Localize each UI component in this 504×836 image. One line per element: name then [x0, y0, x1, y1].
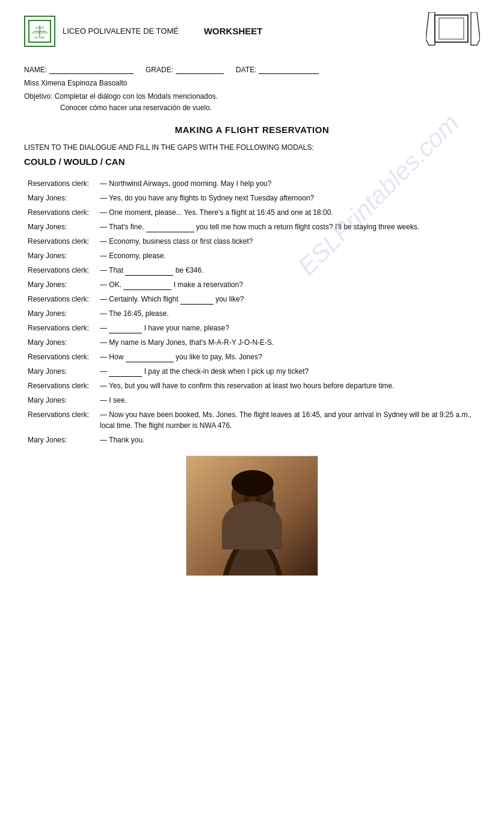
table-row: Mary Jones: — Economy, please. [24, 249, 480, 263]
table-row: Mary Jones: — I pay at the check-in desk… [24, 364, 480, 379]
speaker-label: Mary Jones: [24, 433, 96, 447]
svg-point-12 [232, 470, 274, 497]
dialogue-line: — Economy, please. [96, 249, 480, 263]
svg-point-15 [256, 495, 262, 502]
dialogue-line: — Yes, do you have any flights to Sydney… [96, 191, 480, 205]
speaker-label: Reservations clerk: [24, 292, 96, 306]
table-row: Reservations clerk: — Economy, business … [24, 234, 480, 249]
dialogue-line: — Certainly. Which flight you like? [96, 292, 480, 306]
speaker-label: Reservations clerk: [24, 350, 96, 364]
dialogue-line: — Northwind Airways, good morning. May I… [96, 176, 480, 191]
form-fields: NAME: GRADE: DATE: [24, 66, 480, 74]
table-row: Reservations clerk: — I have your name, … [24, 321, 480, 335]
svg-rect-13 [265, 501, 275, 519]
fill-blank[interactable] [109, 326, 142, 333]
table-row: Reservations clerk: — Yes, but you will … [24, 379, 480, 393]
teacher-name: Miss Ximena Espinoza Basoalto [24, 79, 480, 87]
school-logo: LICEO POLIVALENTE DE TOMÉ [24, 16, 55, 47]
fill-blank[interactable] [123, 282, 171, 290]
dialogue-line: — How you like to pay, Ms. Jones? [96, 350, 480, 364]
speaker-label: Reservations clerk: [24, 321, 96, 335]
speaker-label: Reservations clerk: [24, 263, 96, 277]
school-name-label: LICEO POLIVALENTE DE TOMÉ [63, 26, 179, 36]
svg-point-14 [244, 495, 250, 502]
table-row: Mary Jones: — My name is Mary Jones, tha… [24, 335, 480, 350]
dialogue-line: — I pay at the check-in desk when I pick… [96, 364, 480, 379]
svg-rect-9 [439, 18, 464, 39]
grade-label: GRADE: [146, 66, 224, 74]
dialogue-line: — One moment, please... Yes. There's a f… [96, 205, 480, 220]
table-row: Reservations clerk: — One moment, please… [24, 205, 480, 220]
speaker-label: Reservations clerk: [24, 234, 96, 249]
table-row: Reservations clerk: — Certainly. Which f… [24, 292, 480, 306]
dialogue-table: Reservations clerk: — Northwind Airways,… [24, 176, 480, 447]
speaker-label: Mary Jones: [24, 277, 96, 292]
table-row: Mary Jones: — OK. I make a reservation? [24, 277, 480, 292]
objetivo: Objetivo: Completar el diálogo con los M… [24, 91, 480, 114]
table-row: Mary Jones: — That's fine. you tell me h… [24, 220, 480, 234]
photo-container [24, 456, 480, 576]
svg-rect-6 [435, 15, 468, 42]
name-label: NAME: [24, 66, 134, 74]
fill-blank[interactable] [146, 224, 194, 232]
dialogue-line: — Yes, but you will have to confirm this… [96, 379, 480, 393]
table-row: Mary Jones: — I see. [24, 393, 480, 407]
table-row: Mary Jones: — The 16:45, please. [24, 306, 480, 321]
page-header: LICEO POLIVALENTE DE TOMÉ LICEO POLIVALE… [24, 12, 480, 55]
table-row: Mary Jones: — Thank you. [24, 433, 480, 447]
speaker-label: Mary Jones: [24, 220, 96, 234]
grade-field[interactable] [176, 66, 224, 74]
photo-placeholder [186, 456, 318, 576]
ribbon-decoration [426, 12, 480, 50]
table-row: Reservations clerk: — Now you have been … [24, 407, 480, 433]
name-field[interactable] [49, 66, 134, 74]
date-field[interactable] [259, 66, 319, 74]
header-left: LICEO POLIVALENTE DE TOMÉ LICEO POLIVALE… [24, 16, 262, 47]
main-title: MAKING A FLIGHT RESERVATION [24, 125, 480, 135]
dialogue-line: — That's fine. you tell me how much a re… [96, 220, 480, 234]
speaker-label: Mary Jones: [24, 393, 96, 407]
dialogue-line: — My name is Mary Jones, that's M-A-R-Y … [96, 335, 480, 350]
worksheet-label: WORKSHEET [204, 26, 263, 36]
dialogue-line: — I have your name, please? [96, 321, 480, 335]
dialogue-line: — Economy, business class or first class… [96, 234, 480, 249]
speaker-label: Mary Jones: [24, 335, 96, 350]
table-row: Reservations clerk: — That be €346. [24, 263, 480, 277]
dialogue-line: — The 16:45, please. [96, 306, 480, 321]
fill-blank[interactable] [109, 369, 142, 377]
table-row: Reservations clerk: — How you like to pa… [24, 350, 480, 364]
speaker-label: Mary Jones: [24, 306, 96, 321]
objetivo-line1: Objetivo: Completar el diálogo con los M… [24, 91, 480, 102]
fill-blank[interactable] [180, 297, 214, 305]
speaker-label: Mary Jones: [24, 364, 96, 379]
speaker-label: Reservations clerk: [24, 205, 96, 220]
table-row: Reservations clerk: — Northwind Airways,… [24, 176, 480, 191]
modals-line: COULD / WOULD / CAN [24, 156, 480, 167]
dialogue-line: — Thank you. [96, 433, 480, 447]
table-row: Mary Jones: — Yes, do you have any fligh… [24, 191, 480, 205]
dialogue-line: — I see. [96, 393, 480, 407]
objetivo-line2: Conocer cómo hacer una reservación de vu… [24, 102, 480, 114]
speaker-label: Reservations clerk: [24, 407, 96, 433]
svg-marker-7 [426, 12, 435, 45]
svg-marker-8 [471, 12, 480, 45]
speaker-label: Reservations clerk: [24, 176, 96, 191]
dialogue-line: — That be €346. [96, 263, 480, 277]
fill-blank[interactable] [125, 268, 173, 276]
speaker-label: Mary Jones: [24, 249, 96, 263]
date-label: DATE: [236, 66, 319, 74]
speaker-label: Reservations clerk: [24, 379, 96, 393]
dialogue-line: — Now you have been booked, Ms. Jones. T… [96, 407, 480, 433]
fill-blank[interactable] [126, 355, 174, 362]
instruction: LISTEN TO THE DIALOGUE AND FILL IN THE G… [24, 143, 480, 152]
speaker-label: Mary Jones: [24, 191, 96, 205]
dialogue-line: — OK. I make a reservation? [96, 277, 480, 292]
